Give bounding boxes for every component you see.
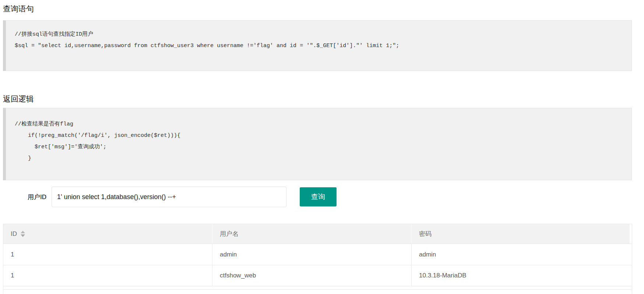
- code-line: }: [15, 153, 623, 164]
- code-line: $sql = "select id,username,password from…: [15, 40, 623, 52]
- table-header-password: 密码: [412, 224, 630, 244]
- page: 查询语句 //拼接sql语句查找指定ID用户 $sql = "select id…: [0, 0, 644, 294]
- section-title-query-statement: 查询语句: [3, 5, 632, 13]
- user-id-label: 用户ID: [28, 193, 46, 201]
- results-table: ID 用户名 密码 1 admin admin 1 ctfshow_web 10…: [3, 224, 632, 294]
- table-header-username: 用户名: [212, 224, 412, 244]
- user-id-input[interactable]: [52, 187, 286, 207]
- cell-password: admin: [412, 244, 632, 265]
- code-block-sql: //拼接sql语句查找指定ID用户 $sql = "select id,user…: [3, 20, 632, 71]
- cell-id: 1: [3, 265, 212, 286]
- header-scroll-gutter: [630, 224, 632, 244]
- cell-username: ctfshow_web: [212, 265, 412, 286]
- table-clipped-area: [3, 290, 632, 294]
- sort-caret-down-icon[interactable]: [21, 234, 25, 237]
- cell-id: 1: [3, 244, 212, 265]
- code-line: //检查结果是否有flag: [15, 118, 623, 130]
- table-bottom-border-area: [3, 286, 632, 290]
- cell-password: 10.3.18-MariaDB: [412, 265, 632, 286]
- code-block-return-logic: //检查结果是否有flag if(!preg_match('/flag/i', …: [3, 108, 632, 180]
- sort-caret-up-icon[interactable]: [21, 231, 25, 233]
- table-row: 1 ctfshow_web 10.3.18-MariaDB: [3, 265, 632, 286]
- code-line: //拼接sql语句查找指定ID用户: [15, 29, 623, 40]
- code-line: $ret['msg']='查询成功';: [15, 141, 623, 153]
- query-form: 用户ID 查询: [28, 187, 632, 207]
- section-title-return-logic: 返回逻辑: [3, 94, 632, 104]
- cell-username: admin: [212, 244, 412, 265]
- table-header-id[interactable]: ID: [3, 224, 212, 244]
- table-header-row: ID 用户名 密码: [3, 224, 632, 244]
- query-button[interactable]: 查询: [300, 187, 337, 206]
- code-line: if(!preg_match('/flag/i', json_encode($r…: [15, 130, 623, 141]
- sort-caret-icon[interactable]: [21, 231, 25, 237]
- table-row: 1 admin admin: [3, 244, 632, 265]
